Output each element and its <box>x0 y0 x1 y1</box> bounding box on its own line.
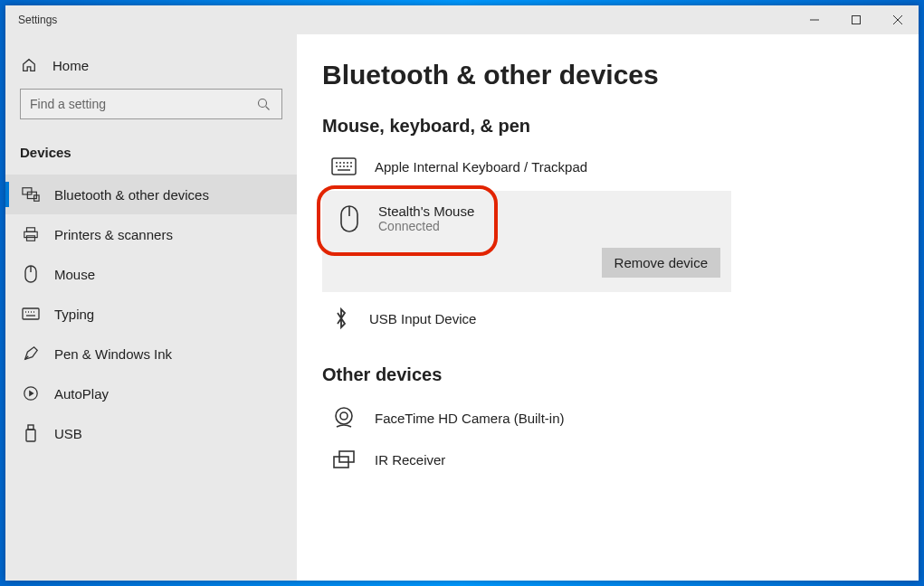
maximize-button[interactable] <box>835 5 877 34</box>
device-status: Connected <box>378 219 474 233</box>
nav-home[interactable]: Home <box>5 47 297 83</box>
svg-rect-23 <box>28 425 33 430</box>
svg-point-4 <box>258 99 266 107</box>
page-title: Bluetooth & other devices <box>322 60 919 90</box>
sidebar-item-pen[interactable]: Pen & Windows Ink <box>5 334 297 373</box>
sidebar-item-autoplay[interactable]: AutoPlay <box>5 373 297 413</box>
printer-icon <box>22 225 40 243</box>
main-content: Bluetooth & other devices Mouse, keyboar… <box>297 34 919 581</box>
bluetooth-icon <box>331 307 351 330</box>
device-name: Stealth's Mouse <box>378 203 474 219</box>
device-name: FaceTime HD Camera (Built-in) <box>375 411 564 426</box>
device-apple-keyboard[interactable]: Apple Internal Keyboard / Trackpad <box>322 147 731 185</box>
device-facetime-camera[interactable]: FaceTime HD Camera (Built-in) <box>322 396 731 440</box>
home-icon <box>20 56 38 74</box>
sidebar-item-label: Printers & scanners <box>54 227 173 242</box>
sidebar-item-label: Pen & Windows Ink <box>54 346 172 362</box>
autoplay-icon <box>22 384 40 402</box>
device-name: Apple Internal Keyboard / Trackpad <box>375 159 587 175</box>
device-name: USB Input Device <box>369 311 476 326</box>
nav-home-label: Home <box>52 58 89 73</box>
svg-point-40 <box>340 412 348 420</box>
titlebar: Settings <box>5 5 919 34</box>
keyboard-icon <box>22 305 40 323</box>
minimize-button[interactable] <box>794 5 835 34</box>
sidebar-item-label: USB <box>54 426 82 441</box>
svg-line-5 <box>265 106 269 109</box>
svg-rect-11 <box>27 236 35 241</box>
mouse-icon <box>22 265 40 283</box>
sidebar-item-bluetooth[interactable]: Bluetooth & other devices <box>5 175 297 214</box>
receiver-icon <box>331 449 357 470</box>
close-button[interactable] <box>877 5 919 34</box>
sidebar-item-typing[interactable]: Typing <box>5 294 297 334</box>
sidebar-item-label: Typing <box>54 307 94 322</box>
svg-marker-22 <box>29 390 33 396</box>
settings-window: Settings Home Find a setting <box>5 5 919 581</box>
pen-icon <box>22 345 40 363</box>
device-name: IR Receiver <box>375 452 445 468</box>
usb-icon <box>22 424 40 442</box>
svg-rect-14 <box>23 308 39 319</box>
remove-device-button[interactable]: Remove device <box>602 248 720 278</box>
sidebar-item-mouse[interactable]: Mouse <box>5 254 297 294</box>
section-heading-input: Mouse, keyboard, & pen <box>322 116 919 137</box>
sidebar-category-title: Devices <box>5 136 297 175</box>
sidebar-item-label: AutoPlay <box>54 386 109 402</box>
keyboard-icon <box>331 156 357 176</box>
device-ir-receiver[interactable]: IR Receiver <box>322 440 731 479</box>
sidebar-item-usb[interactable]: USB <box>5 413 297 453</box>
svg-rect-24 <box>26 430 35 441</box>
device-stealth-mouse-selected[interactable]: Stealth's Mouse Connected Remove device <box>322 191 731 292</box>
devices-icon <box>22 185 40 203</box>
sidebar-item-label: Mouse <box>54 267 95 282</box>
window-title: Settings <box>18 14 57 26</box>
svg-rect-1 <box>853 16 861 24</box>
svg-rect-9 <box>27 228 35 232</box>
search-input[interactable]: Find a setting <box>20 89 282 119</box>
mouse-icon <box>338 205 360 232</box>
device-usb-input[interactable]: USB Input Device <box>322 298 731 339</box>
sidebar: Home Find a setting Devices Bluetooth & … <box>5 34 297 581</box>
search-placeholder: Find a setting <box>30 97 254 111</box>
sidebar-item-printers[interactable]: Printers & scanners <box>5 214 297 254</box>
sidebar-item-label: Bluetooth & other devices <box>54 187 209 203</box>
section-heading-other: Other devices <box>322 364 919 385</box>
search-icon <box>254 95 272 113</box>
camera-icon <box>331 405 357 430</box>
svg-point-39 <box>336 408 352 424</box>
